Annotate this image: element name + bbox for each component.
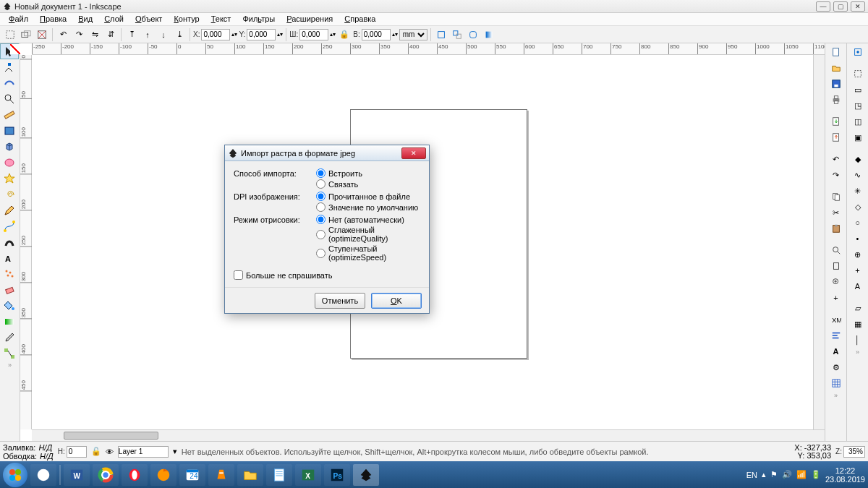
tool-bezier[interactable] (0, 218, 19, 234)
snap-midpoint[interactable]: • (850, 231, 866, 246)
dont-ask-checkbox[interactable]: Больше не спрашивать (234, 270, 420, 280)
tool-bucket[interactable] (0, 298, 19, 314)
h-input[interactable] (362, 29, 391, 40)
layer-lock-icon[interactable]: 🔓 (91, 447, 101, 456)
grid-button[interactable] (828, 376, 844, 390)
dialog-close-button[interactable]: ✕ (401, 147, 426, 159)
export-button[interactable] (828, 130, 844, 145)
taskbar-firefox[interactable] (150, 464, 176, 486)
opacity-input[interactable] (67, 446, 87, 458)
tool-calligraphy[interactable] (0, 234, 19, 250)
taskbar-notepad[interactable] (266, 464, 292, 486)
lock-ratio-button[interactable]: 🔒 (337, 27, 352, 42)
layer-selector[interactable] (118, 446, 169, 458)
snap-cusp[interactable]: ◇ (850, 200, 866, 214)
tray-lang[interactable]: EN (746, 471, 757, 479)
taskbar-yandex[interactable] (30, 464, 56, 486)
x-input[interactable] (201, 29, 230, 40)
text-props-button[interactable]: A (828, 344, 844, 359)
menu-filters[interactable]: Фильтры (237, 13, 281, 25)
taskbar-explorer[interactable] (237, 464, 263, 486)
lower-bottom-button[interactable]: ⤓ (172, 27, 187, 42)
close-button[interactable]: ✕ (851, 1, 865, 12)
stroke-value[interactable]: Н/Д (40, 452, 54, 461)
taskbar-inkscape[interactable] (353, 464, 379, 486)
y-input[interactable] (247, 29, 276, 40)
flip-h-button[interactable]: ⇋ (88, 27, 102, 42)
snap-bbox[interactable] (850, 67, 866, 81)
paste-button[interactable] (828, 221, 844, 236)
render-speed-radio[interactable]: Ступенчатый (optimizeSpeed) (316, 244, 420, 262)
tray-battery-icon[interactable]: 🔋 (811, 470, 821, 479)
taskbar-chrome[interactable] (93, 464, 119, 486)
tool-eraser[interactable] (0, 282, 19, 298)
menu-file[interactable]: Файл (3, 13, 34, 25)
menu-view[interactable]: Вид (72, 13, 98, 25)
lower-button[interactable]: ↓ (156, 27, 171, 42)
save-button[interactable] (828, 77, 844, 91)
dialog-cancel-button[interactable]: Отменить (315, 293, 365, 309)
tool-dropper[interactable] (0, 330, 19, 346)
prefs-button[interactable]: ⚙ (828, 360, 844, 374)
snap-center[interactable]: ⊕ (850, 247, 866, 262)
tray-up-icon[interactable]: ▴ (762, 470, 766, 479)
copy-button[interactable] (828, 189, 844, 204)
tool-text[interactable]: A (0, 250, 19, 266)
menu-layer[interactable]: Слой (98, 13, 129, 25)
print-button[interactable] (828, 93, 844, 107)
snap-bbox-mid[interactable]: ◫ (850, 114, 866, 129)
snap-bbox-center[interactable]: ▣ (850, 130, 866, 145)
duplicate-button[interactable]: + (828, 291, 844, 305)
tool-measure[interactable] (0, 107, 19, 123)
tool-zoom[interactable] (0, 91, 19, 107)
tool-connector[interactable] (0, 346, 19, 361)
snap-path[interactable]: ∿ (850, 168, 866, 182)
snap-bbox-corner[interactable]: ◳ (850, 98, 866, 113)
redo-button[interactable]: ↷ (828, 168, 844, 182)
dialog-ok-button[interactable]: OK (371, 293, 422, 309)
xml-button[interactable]: XML (828, 312, 844, 327)
tray-flag-icon[interactable]: ⚑ (770, 470, 778, 479)
raise-button[interactable]: ↑ (140, 27, 155, 42)
snap-text[interactable]: A (850, 279, 866, 294)
minimize-button[interactable]: — (816, 1, 830, 12)
dpi-default-radio[interactable]: Значение по умолчанию (316, 202, 420, 212)
tool-3dbox[interactable] (0, 139, 19, 155)
snap-grid[interactable]: ▦ (850, 317, 866, 331)
select-layers-button[interactable] (19, 27, 33, 42)
scrollbar-vertical[interactable] (813, 55, 825, 429)
rotate-cw-button[interactable]: ↷ (72, 27, 86, 42)
select-all-button[interactable] (3, 27, 17, 42)
snap-more[interactable]: » (856, 348, 859, 359)
affect-corners-button[interactable] (466, 27, 480, 42)
import-link-radio[interactable]: Связать (316, 179, 420, 189)
snap-page[interactable]: ▱ (850, 301, 866, 315)
tool-pencil[interactable] (0, 202, 19, 218)
tool-gradient[interactable] (0, 314, 19, 330)
cut-button[interactable]: ✂ (828, 205, 844, 220)
menu-object[interactable]: Объект (129, 13, 168, 25)
taskbar-word[interactable]: W (64, 464, 90, 486)
snap-nodes[interactable]: ◆ (850, 152, 866, 166)
affect-gradient-button[interactable] (482, 27, 496, 42)
raise-top-button[interactable]: ⤒ (124, 27, 139, 42)
menu-text[interactable]: Текст (205, 13, 237, 25)
snap-smooth[interactable]: ○ (850, 215, 866, 230)
render-none-radio[interactable]: Нет (автоматически) (316, 215, 420, 224)
taskbar-excel[interactable]: X (295, 464, 321, 486)
snap-guide[interactable]: │ (850, 333, 866, 347)
tool-rect[interactable] (0, 123, 19, 139)
toolbox-more[interactable]: » (0, 361, 20, 372)
menu-edit[interactable]: Правка (34, 13, 72, 25)
taskbar-photoshop[interactable]: Ps (324, 464, 350, 486)
w-input[interactable] (299, 29, 328, 40)
snap-toggle[interactable] (850, 45, 866, 59)
align-button[interactable] (828, 328, 844, 343)
commands-more[interactable]: » (834, 392, 838, 402)
menu-help[interactable]: Справка (339, 13, 381, 25)
flip-v-button[interactable]: ⇵ (103, 27, 118, 42)
rotate-ccw-button[interactable]: ↶ (56, 27, 70, 42)
affect-move-button[interactable] (434, 27, 448, 42)
tool-star[interactable] (0, 171, 19, 187)
tray-volume-icon[interactable]: 🔊 (782, 470, 792, 479)
